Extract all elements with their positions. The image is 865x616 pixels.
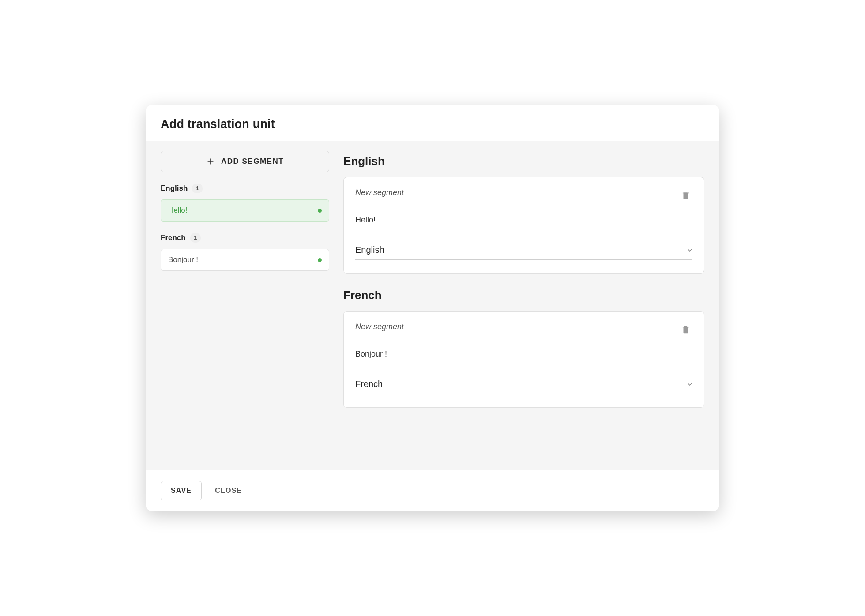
segment-count-badge: 1 (190, 233, 201, 243)
dialog-title: Add translation unit (161, 117, 704, 131)
sidebar: ADD SEGMENT English 1 Hello! (146, 141, 336, 470)
status-dot-icon (318, 258, 322, 262)
delete-segment-button[interactable] (679, 188, 692, 202)
chevron-down-icon (687, 383, 692, 386)
svg-rect-3 (683, 327, 689, 328)
sidebar-lang-group: French 1 Bonjour ! (161, 233, 329, 271)
save-button[interactable]: SAVE (161, 481, 202, 500)
sidebar-segment-item[interactable]: Bonjour ! (161, 249, 329, 271)
dialog-footer: SAVE CLOSE (146, 470, 719, 511)
dialog-header: Add translation unit (146, 105, 719, 141)
sidebar-lang-header: English 1 (161, 184, 329, 193)
trash-icon (681, 324, 691, 334)
add-segment-button[interactable]: ADD SEGMENT (161, 151, 329, 172)
svg-rect-2 (683, 193, 689, 194)
add-translation-dialog: Add translation unit ADD SEGMENT (146, 105, 719, 511)
dialog-body: ADD SEGMENT English 1 Hello! (146, 141, 719, 470)
segment-text: Bonjour ! (355, 349, 692, 359)
segment-card: New segment Bonjour ! (343, 311, 704, 408)
add-segment-label: ADD SEGMENT (221, 157, 284, 166)
language-select[interactable]: English (355, 242, 692, 260)
sidebar-lang-group: English 1 Hello! (161, 184, 329, 222)
plus-icon (206, 157, 215, 166)
sidebar-lang-name: English (161, 184, 188, 193)
language-select[interactable]: French (355, 376, 692, 394)
section-title: English (343, 154, 704, 168)
sidebar-lang-header: French 1 (161, 233, 329, 243)
status-dot-icon (318, 209, 322, 213)
main-panel: English New segment (336, 141, 719, 470)
chevron-down-icon (687, 248, 692, 252)
sidebar-segment-item[interactable]: Hello! (161, 199, 329, 222)
new-segment-label: New segment (355, 188, 404, 197)
segment-count-badge: 1 (192, 184, 203, 193)
section-title: French (343, 289, 704, 302)
language-select-value: French (355, 379, 383, 389)
delete-segment-button[interactable] (679, 322, 692, 336)
new-segment-label: New segment (355, 322, 404, 331)
trash-icon (681, 190, 691, 200)
close-button[interactable]: CLOSE (212, 486, 244, 495)
sidebar-segment-text: Bonjour ! (168, 255, 198, 264)
segment-card: New segment Hello! (343, 177, 704, 274)
language-select-value: English (355, 245, 384, 255)
sidebar-lang-name: French (161, 233, 186, 242)
sidebar-segment-text: Hello! (168, 206, 187, 215)
segment-text: Hello! (355, 215, 692, 225)
